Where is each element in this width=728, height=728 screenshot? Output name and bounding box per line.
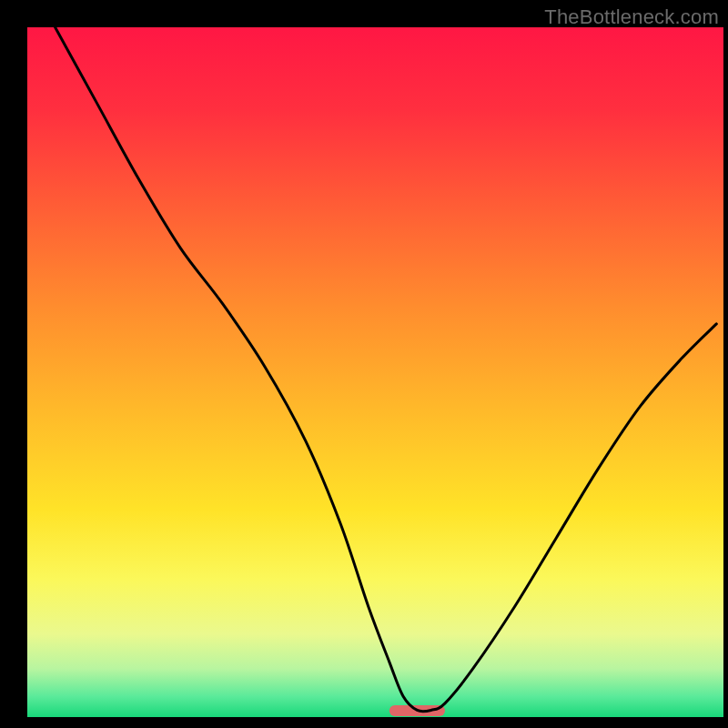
chart-plot-area: [27, 27, 723, 717]
chart-svg: [0, 0, 728, 728]
watermark-text: TheBottleneck.com: [544, 5, 719, 29]
bottleneck-chart: TheBottleneck.com: [0, 0, 728, 728]
